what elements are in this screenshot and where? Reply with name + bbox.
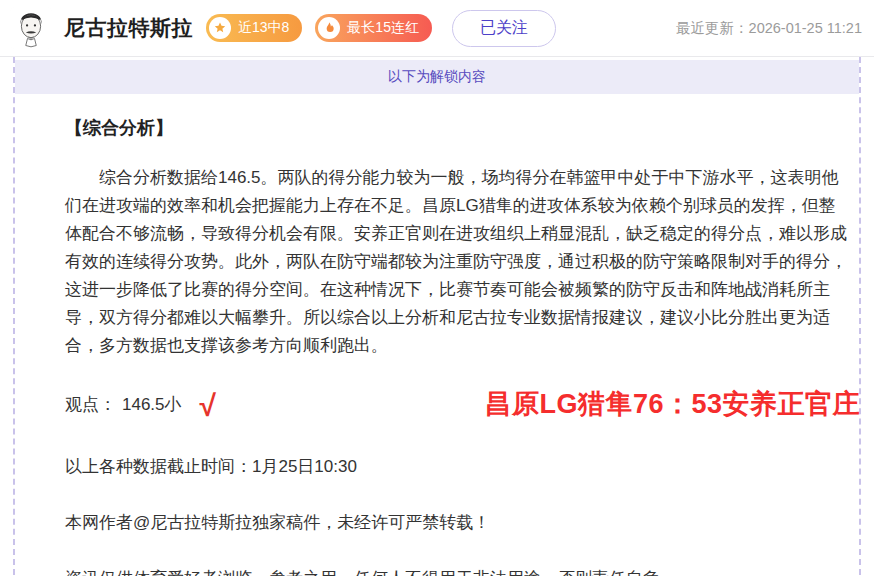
followed-button[interactable]: 已关注 [452,10,556,47]
author-name: 尼古拉特斯拉 [64,14,193,42]
last-updated-label: 最近更新： [676,20,749,36]
streak-badge: 最长15连红 [315,14,432,42]
streak-label: 最长15连红 [347,19,419,37]
viewpoint-value: 146.5小 [122,395,182,414]
hit-rate-badge: 近13中8 [206,14,302,42]
match-result-score: 昌原LG猎隼76：53安养正官庄 [484,386,860,422]
data-deadline: 以上各种数据截止时间：1月25日10:30 [65,455,839,478]
author-header: 尼古拉特斯拉 近13中8 最长15连红 已关注 最近更新：2026-01-25 … [0,0,874,57]
analysis-heading: 【综合分析】 [65,116,839,140]
hit-rate-label: 近13中8 [238,19,289,37]
flame-icon [318,17,340,39]
analysis-paragraph: 综合分析数据给146.5。两队的得分能力较为一般，场均得分在韩篮甲中处于中下游水… [65,164,847,360]
viewpoint-label: 观点： [65,395,116,414]
unlock-banner: 以下为解锁内容 [15,60,859,94]
disclaimer-notice: 资讯仅供体育爱好者浏览、参考之用。任何人不得用于非法用途，否则责任自负。 [65,567,839,576]
viewpoint-text: 观点：146.5小 [65,393,182,416]
unlocked-content-panel: 以下为解锁内容 【综合分析】 综合分析数据给146.5。两队的得分能力较为一般，… [13,57,861,575]
avatar[interactable] [10,7,52,49]
analysis-article: 【综合分析】 综合分析数据给146.5。两队的得分能力较为一般，场均得分在韩篮甲… [15,94,859,576]
check-mark-icon: √ [200,391,216,421]
last-updated: 最近更新：2026-01-25 11:21 [676,19,864,38]
last-updated-time: 2026-01-25 11:21 [749,20,862,36]
viewpoint-row: 观点：146.5小 √ 昌原LG猎隼76：53安养正官庄 [65,386,860,422]
tesla-portrait-icon [10,7,52,49]
copyright-notice: 本网作者@尼古拉特斯拉独家稿件，未经许可严禁转载！ [65,511,839,534]
star-icon [209,17,231,39]
